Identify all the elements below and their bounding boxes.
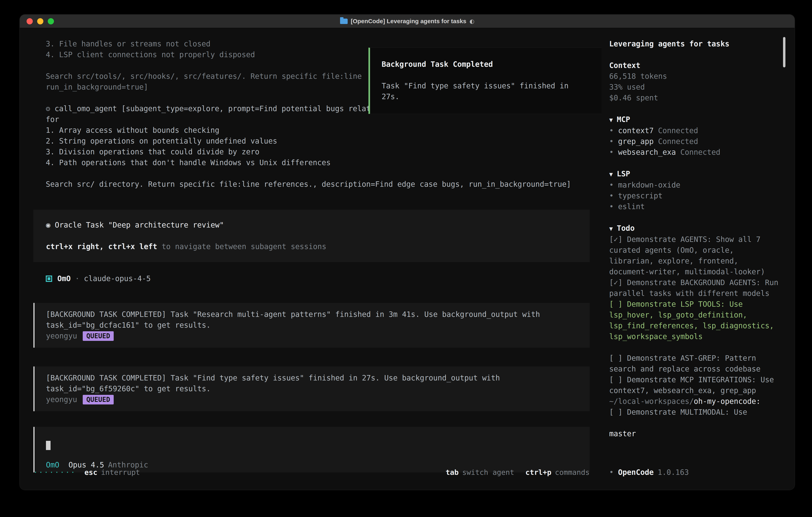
context-spent: $0.46 spent — [609, 92, 781, 103]
message-line: [BACKGROUND TASK COMPLETED] Task "Resear… — [46, 309, 578, 320]
background-task-message: [BACKGROUND TASK COMPLETED] Task "Resear… — [33, 303, 590, 348]
scrollbar-thumb[interactable] — [783, 37, 785, 67]
message-line: task_id="bg_dcfac161" to get results. — [46, 320, 578, 331]
terminal-window: [OpenCode] Leveraging agents for tasks ◐… — [20, 15, 794, 490]
bullet-icon: • — [609, 181, 614, 189]
oracle-task-panel: ◉Oracle Task "Deep architecture review" … — [33, 210, 590, 262]
agent-model: claude-opus-4-5 — [84, 273, 151, 284]
workspace-path-line: ~/local-workspaces/oh-my-opencode: — [609, 396, 781, 407]
status-bar: ········ esc interrupt tabswitch agent c… — [33, 467, 590, 478]
agent-name: OmO — [57, 273, 71, 284]
bullet-icon: • — [609, 126, 614, 135]
zoom-window-button[interactable] — [48, 18, 54, 24]
message-meta: yeongyu QUEUED — [46, 394, 578, 405]
close-window-button[interactable] — [27, 18, 33, 24]
background-task-toast: Background Task Completed Task "Find typ… — [369, 48, 602, 114]
input-cursor-line — [46, 440, 578, 451]
bullet-icon: • — [609, 467, 614, 478]
window-title-group: [OpenCode] Leveraging agents for tasks ◐ — [340, 18, 474, 25]
mcp-item: •grep_appConnected — [609, 136, 781, 147]
session-sidebar: Leveraging agents for tasks Context 66,5… — [595, 28, 794, 490]
gear-icon: ⚙ — [46, 104, 50, 113]
context-used: 33% used — [609, 82, 781, 92]
status-bar-right: tabswitch agent ctrl+pcommands — [434, 467, 590, 478]
mcp-section-heading[interactable]: ▼MCP — [609, 114, 781, 125]
oracle-hint-text: to navigate between subagent sessions — [157, 242, 326, 251]
tool-call-arg: 4. Path operations that don't handle Win… — [46, 157, 590, 168]
context-tokens: 66,518 tokens — [609, 71, 781, 82]
text-cursor — [46, 441, 51, 450]
ctrlp-key-label: commands — [555, 467, 590, 478]
tool-call-arg: 1. Array access without bounds checking — [46, 125, 590, 136]
titlebar[interactable]: [OpenCode] Leveraging agents for tasks ◐ — [20, 15, 794, 28]
bullet-icon: • — [609, 148, 614, 157]
session-title: Leveraging agents for tasks — [609, 38, 781, 49]
status-badge: QUEUED — [83, 395, 114, 404]
todo-section-heading[interactable]: ▼Todo — [609, 223, 781, 234]
sidebar-scrollbar[interactable] — [783, 37, 785, 477]
lsp-section-heading[interactable]: ▼LSP — [609, 168, 781, 180]
bullet-icon: • — [609, 137, 614, 146]
omo-agent-icon — [46, 275, 52, 282]
tab-key-hint: tab — [445, 467, 459, 478]
separator-dot: · — [75, 273, 80, 284]
prompt-input[interactable]: OmO Opus 4.5 Anthropic — [33, 427, 590, 472]
message-author: yeongyu — [46, 331, 77, 342]
workspace-branch: master — [609, 429, 781, 439]
message-author: yeongyu — [46, 394, 77, 405]
collapse-triangle-icon: ▼ — [609, 225, 613, 232]
half-moon-indicator-icon: ◐ — [469, 18, 474, 25]
traffic-lights — [27, 18, 54, 24]
opencode-name: OpenCode — [618, 467, 654, 478]
mcp-item: •context7Connected — [609, 125, 781, 136]
oracle-hint-line: ctrl+x right, ctrl+x left to navigate be… — [46, 241, 582, 252]
tool-call-arg: 3. Division operations that could divide… — [46, 146, 590, 157]
commands-hint-group: ctrl+pcommands — [525, 467, 590, 478]
tool-call-arg: 2. String operations on potentially unde… — [46, 136, 590, 146]
tab-key-label: switch agent — [462, 467, 514, 478]
minimize-window-button[interactable] — [37, 18, 44, 24]
toast-body: Task "Find type safety issues" finished … — [382, 81, 590, 102]
oracle-hint-keys: ctrl+x right, ctrl+x left — [46, 242, 157, 251]
collapse-triangle-icon: ▼ — [609, 171, 613, 178]
esc-key-hint: esc — [84, 467, 97, 478]
fisheye-icon: ◉ — [46, 221, 50, 229]
message-meta: yeongyu QUEUED — [46, 331, 578, 342]
lsp-item: •eslint — [609, 201, 781, 212]
spinner-dots: ········ — [33, 467, 76, 478]
window-title: [OpenCode] Leveraging agents for tasks — [351, 18, 466, 25]
background-task-message: [BACKGROUND TASK COMPLETED] Task "Find t… — [33, 366, 590, 411]
collapse-triangle-icon: ▼ — [609, 116, 613, 124]
lsp-item: •typescript — [609, 191, 781, 201]
window-body: 3. File handles or streams not closed 4.… — [20, 28, 794, 490]
ctrlp-key-hint: ctrl+p — [525, 467, 551, 478]
tool-call-tail: Search src/ directory. Return specific f… — [46, 179, 590, 190]
folder-icon — [340, 19, 348, 24]
bullet-icon: • — [609, 202, 614, 211]
bullet-icon: • — [609, 192, 614, 200]
toast-title: Background Task Completed — [382, 59, 590, 70]
todo-item: [✓] Demonstrate AGENTS: Show all 7 curat… — [609, 234, 781, 277]
mcp-item: •websearch_exaConnected — [609, 147, 781, 158]
tab-hint-group: tabswitch agent — [445, 467, 514, 478]
workspace-path: ~/local-workspaces/oh-my-opencode: maste… — [609, 375, 781, 461]
status-badge: QUEUED — [83, 331, 114, 341]
message-line: [BACKGROUND TASK COMPLETED] Task "Find t… — [46, 373, 578, 383]
opencode-version: 1.0.163 — [658, 467, 689, 478]
context-heading: Context — [609, 60, 781, 71]
message-line: task_id="bg_6f59260c" to get results. — [46, 383, 578, 394]
todo-item: [✓] Demonstrate BACKGROUND AGENTS: Run p… — [609, 277, 781, 299]
opencode-version-footer: • OpenCode 1.0.163 — [609, 467, 781, 478]
conversation-pane: 3. File handles or streams not closed 4.… — [20, 28, 595, 490]
oracle-title: Oracle Task "Deep architecture review" — [55, 221, 224, 229]
lsp-item: •markdown-oxide — [609, 180, 781, 191]
todo-item: [ ] Demonstrate AST-GREP: Pattern search… — [609, 353, 781, 375]
oracle-title-line: ◉Oracle Task "Deep architecture review" — [46, 220, 582, 230]
esc-key-label: interrupt — [101, 467, 140, 478]
agent-session-header[interactable]: OmO · claude-opus-4-5 — [33, 273, 590, 284]
todo-item-active: [ ] Demonstrate LSP TOOLS: Use lsp_hover… — [609, 299, 781, 342]
